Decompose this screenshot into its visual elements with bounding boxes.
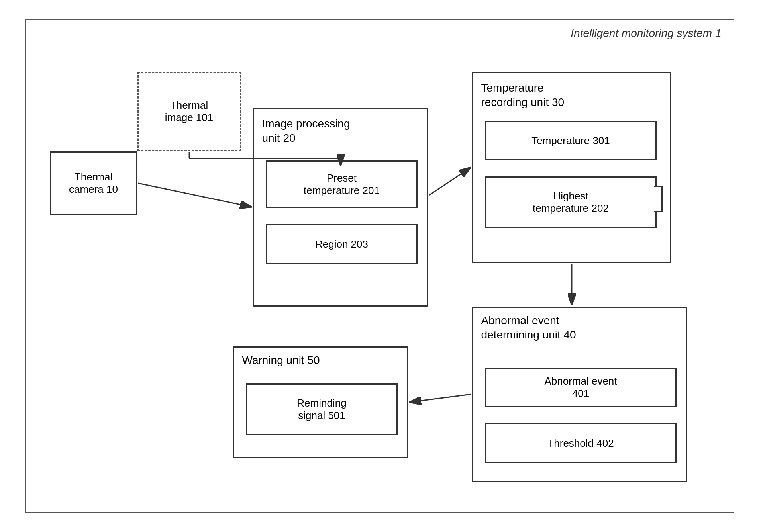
image-processing-outer: Image processing unit 20 Preset temperat… (253, 108, 428, 307)
abnormal-event-401-box: Abnormal event 401 (485, 368, 677, 407)
svg-line-7 (409, 394, 471, 402)
thermal-camera-label: Thermal camera 10 (69, 171, 118, 196)
temperature-301-box: Temperature 301 (485, 121, 657, 160)
image-processing-title: Image processing unit 20 (262, 117, 350, 146)
highest-temp-label: Highest temperature 202 (533, 190, 609, 215)
preset-temperature-box: Preset temperature 201 (266, 160, 418, 208)
system-title: Intelligent monitoring system 1 (571, 27, 721, 40)
reminding-signal-label: Reminding signal 501 (297, 397, 346, 422)
abnormal-event-401-label: Abnormal event 401 (544, 375, 617, 400)
reminding-signal-box: Reminding signal 501 (246, 383, 398, 435)
preset-temperature-label: Preset temperature 201 (304, 172, 380, 197)
temperature-301-label: Temperature 301 (531, 135, 610, 147)
abnormal-event-title: Abnormal event determining unit 40 (481, 313, 576, 342)
thermal-image-box: Thermal image 101 (137, 72, 241, 151)
highest-temp-box: Highest temperature 202 (485, 176, 657, 228)
threshold-402-box: Threshold 402 (485, 423, 677, 463)
temp-recording-title: Temperature recording unit 30 (481, 81, 565, 110)
thermal-image-label: Thermal image 101 (165, 99, 213, 124)
svg-line-5 (429, 167, 471, 195)
thermal-camera-box: Thermal camera 10 (50, 151, 137, 215)
svg-line-1 (138, 183, 252, 207)
abnormal-event-outer: Abnormal event determining unit 40 Abnor… (472, 307, 687, 482)
region-box: Region 203 (266, 224, 418, 264)
threshold-402-label: Threshold 402 (547, 437, 614, 450)
warning-unit-title: Warning unit 50 (242, 354, 320, 367)
warning-unit-outer: Warning unit 50 Reminding signal 501 (233, 346, 408, 458)
diagram-container: Intelligent monitoring system 1 Thermal … (25, 19, 734, 513)
temp-recording-outer: Temperature recording unit 30 Temperatur… (472, 72, 671, 263)
region-label: Region 203 (315, 238, 368, 250)
